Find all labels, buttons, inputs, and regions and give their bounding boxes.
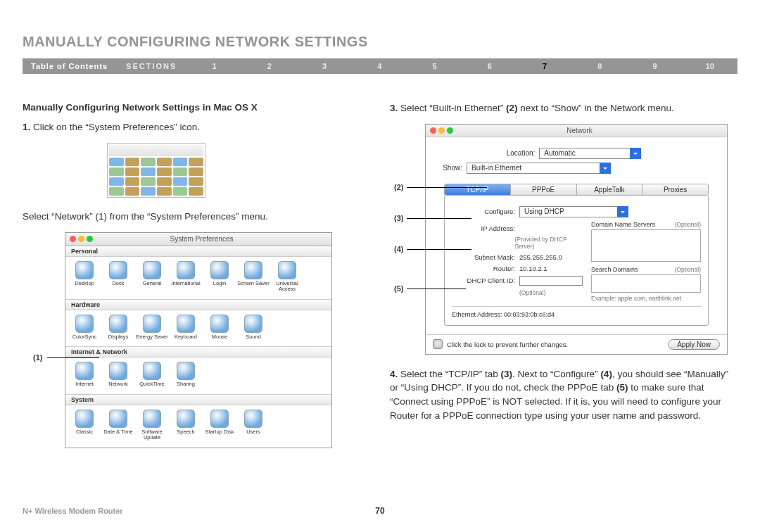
section-8[interactable]: 8	[572, 62, 627, 70]
lbl: ColorSync	[72, 334, 97, 340]
chevron-down-icon	[617, 206, 628, 217]
group-personal: Personal	[65, 246, 331, 257]
pref-dock[interactable]: Dock	[102, 261, 134, 292]
sections-label: SECTIONS	[116, 62, 186, 70]
step-1b-text: Select “Network” (1) from the “System Pr…	[23, 211, 268, 222]
tab-pppoe[interactable]: PPPoE	[511, 184, 577, 195]
apply-now-button[interactable]: Apply Now	[668, 339, 720, 350]
screensaver-icon	[244, 261, 262, 279]
section-10[interactable]: 10	[683, 62, 737, 70]
dhcp-input[interactable]	[519, 276, 583, 286]
pref-universal[interactable]: Universal Access	[271, 261, 303, 292]
colorsync-icon	[75, 315, 94, 333]
section-2[interactable]: 2	[242, 62, 297, 70]
dns-input[interactable]	[591, 229, 701, 262]
row-system: Classic Date & Time Software Update Spee…	[65, 405, 331, 448]
close-icon[interactable]	[70, 236, 76, 242]
pref-quicktime[interactable]: QuickTime	[136, 362, 168, 387]
lbl: Network	[108, 381, 128, 387]
section-3[interactable]: 3	[297, 62, 352, 70]
pref-mouse[interactable]: Mouse	[203, 315, 236, 340]
pref-screensaver[interactable]: Screen Saver	[237, 261, 270, 292]
pref-displays[interactable]: Displays	[102, 315, 134, 340]
pref-datetime[interactable]: Date & Time	[102, 410, 134, 441]
section-5[interactable]: 5	[407, 62, 462, 70]
ip-label: IP Address:	[452, 224, 515, 232]
show-select[interactable]: Built-in Ethernet	[467, 163, 600, 174]
pref-software[interactable]: Software Update	[136, 410, 168, 441]
section-7[interactable]: 7	[517, 62, 572, 70]
tab-appletalk[interactable]: AppleTalk	[577, 184, 643, 195]
minimize-icon[interactable]	[78, 236, 84, 242]
syspref-titlebar: System Preferences	[65, 233, 331, 246]
lbl: Login	[213, 281, 226, 286]
group-internet: Internet & Network	[65, 346, 331, 357]
sharing-icon	[177, 362, 195, 380]
search-input[interactable]	[591, 274, 701, 293]
lbl: Software Update	[136, 429, 168, 441]
section-1[interactable]: 1	[186, 62, 241, 70]
product-name: N+ Wireless Modem Router	[23, 507, 123, 515]
page-footer: N+ Wireless Modem Router 70	[23, 507, 737, 515]
location-label: Location:	[507, 149, 536, 157]
energy-icon	[143, 315, 161, 333]
t: Select “Built-in Ethernet”	[398, 103, 506, 113]
pref-startup[interactable]: Startup Disk	[203, 410, 236, 441]
startup-icon	[210, 410, 229, 428]
t: Select the “TCP/IP” tab	[398, 369, 500, 379]
step-1b: Select “Network” (1) from the “System Pr…	[23, 210, 370, 224]
pref-international[interactable]: International	[170, 261, 202, 292]
zoom-icon[interactable]	[87, 236, 93, 242]
zoom-icon[interactable]	[447, 127, 453, 134]
lbl: Users	[246, 429, 260, 435]
network-window: Network Location: Automatic Show: Built-…	[425, 124, 728, 355]
dns-label: Domain Name Servers	[591, 221, 655, 228]
international-icon	[177, 261, 195, 279]
step-4-num: 4.	[390, 369, 398, 379]
section-9[interactable]: 9	[627, 62, 682, 70]
group-system: System	[65, 394, 331, 405]
pref-desktop[interactable]: Desktop	[68, 261, 101, 292]
pref-speech[interactable]: Speech	[170, 410, 202, 441]
pref-general[interactable]: General	[136, 261, 168, 292]
toc-link[interactable]: Table of Contents	[23, 62, 116, 70]
pref-users[interactable]: Users	[237, 410, 270, 441]
tab-proxies[interactable]: Proxies	[642, 184, 708, 195]
location-select[interactable]: Automatic	[539, 148, 631, 159]
chevron-down-icon	[630, 148, 641, 159]
tab-tcpip[interactable]: TCP/IP	[445, 184, 511, 195]
pref-internet[interactable]: Internet	[68, 362, 101, 387]
chevron-down-icon	[600, 163, 611, 174]
pref-colorsync[interactable]: ColorSync	[68, 315, 101, 340]
callout-3: (3)	[394, 214, 403, 222]
pref-network[interactable]: Network	[102, 362, 134, 387]
section-6[interactable]: 6	[462, 62, 517, 70]
lock-icon[interactable]	[433, 339, 443, 349]
row-internet: Internet Network QuickTime Sharing	[65, 357, 331, 394]
subnet-value: 255.255.255.0	[519, 253, 562, 261]
pref-classic[interactable]: Classic	[68, 410, 101, 441]
lbl: Startup Disk	[205, 429, 234, 435]
location-value: Automatic	[544, 149, 575, 157]
universal-icon	[278, 261, 296, 279]
pref-energy[interactable]: Energy Saver	[136, 315, 168, 340]
lbl: Mouse	[212, 334, 228, 340]
pref-sharing[interactable]: Sharing	[170, 362, 202, 387]
lock-row: Click the lock to prevent further change…	[426, 334, 727, 354]
pref-login[interactable]: Login	[203, 261, 236, 292]
minimize-icon[interactable]	[438, 127, 445, 134]
ethernet-address-row: Ethernet Address: 00:03:93:0b:c6:d4	[452, 306, 701, 318]
keyboard-icon	[177, 315, 195, 333]
mouse-icon	[210, 315, 229, 333]
page-title: MANUALLY CONFIGURING NETWORK SETTINGS	[23, 34, 737, 50]
close-icon[interactable]	[430, 127, 436, 134]
router-label: Router:	[452, 265, 515, 272]
lbl: Energy Saver	[136, 334, 167, 340]
lbl: Sound	[246, 334, 261, 340]
pref-sound[interactable]: Sound	[237, 315, 270, 340]
section-nav-bar: Table of Contents SECTIONS 1 2 3 4 5 6 7…	[23, 58, 737, 74]
step-4: 4. Select the “TCP/IP” tab (3). Next to …	[390, 367, 737, 422]
configure-select[interactable]: Using DHCP	[519, 206, 618, 217]
pref-keyboard[interactable]: Keyboard	[170, 315, 202, 340]
section-4[interactable]: 4	[352, 62, 407, 70]
